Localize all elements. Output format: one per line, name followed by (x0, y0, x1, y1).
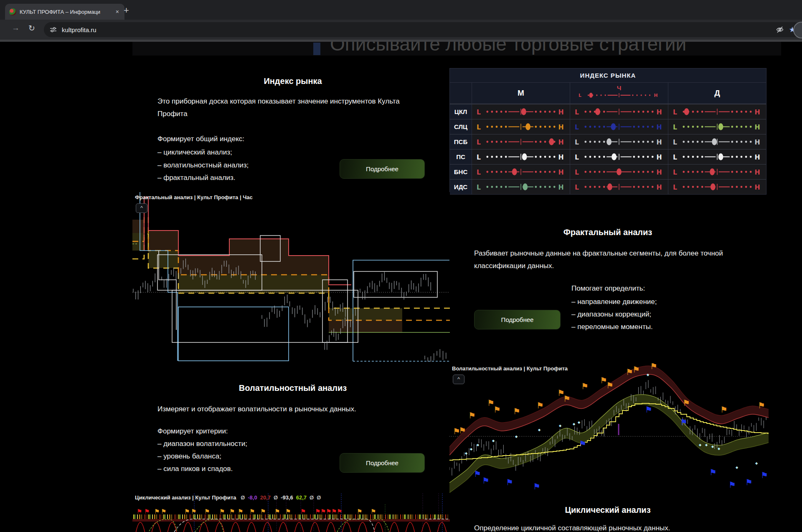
svg-text:⚑: ⚑ (238, 508, 243, 515)
svg-text:◆: ◆ (736, 466, 739, 469)
svg-text:⚑: ⚑ (285, 508, 291, 515)
fractal-section-subheading: Помогает определить: (571, 282, 645, 295)
svg-text:⚑: ⚑ (274, 508, 280, 515)
svg-text:◆: ◆ (470, 447, 473, 451)
tab-title: КУЛЬТ ПРОФИТА – Информаци (20, 9, 111, 15)
fractal-chart-label: Фрактальный анализ | Культ Профита | Час (135, 194, 253, 200)
new-tab-button[interactable]: + (124, 5, 129, 16)
index-table-corner (450, 83, 472, 104)
volatility-bullet-3: – сила пиков и спадов. (157, 463, 233, 475)
forward-icon[interactable]: → (12, 23, 20, 33)
svg-text:L: L (477, 123, 481, 131)
svg-text:⚑: ⚑ (645, 405, 652, 415)
column-header-d: Д (668, 83, 766, 104)
tab-close-icon[interactable]: × (114, 8, 120, 15)
svg-text:⚑: ⚑ (709, 467, 717, 477)
svg-text:⚑: ⚑ (204, 508, 210, 515)
index-table-body: ЦКЛLHLHLHСЛЦLHLHLHПСБLHLHLHПСLHLHLHБНСLH… (450, 104, 766, 194)
url-text: kultprofita.ru (62, 26, 771, 33)
index-table-row: БНСLHLHLH (450, 164, 766, 179)
svg-text:◆: ◆ (492, 439, 495, 443)
cyclic-stat-value: Ø (241, 494, 245, 501)
volatility-section-title: Волатильностный анализ (157, 383, 428, 393)
svg-text:⚑: ⚑ (191, 508, 196, 515)
market-index-table: ИНДЕКС РЫНКА М Ч LH Д ЦКЛLHLHLHСЛЦLHLHLH… (449, 68, 766, 195)
column-header-ch: Ч LH (570, 83, 668, 104)
volatility-chart-canvas: ⚑⚑⚑⚑⚑⚑⚑⚑⚑⚑⚑⚑⚑⚑⚑⚑⚑⚑⚑⚑⚑⚑⚑⚑⚑⚑⚑⚑⚑◆◆◆◆◆◆◆◆◆◆◆… (449, 363, 769, 493)
svg-text:⚑: ⚑ (758, 400, 765, 410)
index-bullet-3: – фрактальный анализ. (157, 172, 236, 184)
svg-text:H: H (558, 183, 564, 191)
svg-text:⚑: ⚑ (761, 470, 768, 480)
gauge-cell: LH (570, 104, 668, 119)
gauge-cell: LH (472, 134, 570, 149)
svg-text:⚑: ⚑ (459, 426, 466, 436)
gauge-cell: LH (570, 134, 668, 149)
volatility-bullet-1: – диапазон волатильности; (157, 438, 247, 450)
svg-text:L: L (575, 153, 579, 161)
svg-text:H: H (755, 183, 760, 191)
fractal-section-paragraph: Разбивает рыночные данные на фрактальные… (474, 247, 733, 272)
svg-text:H: H (657, 123, 662, 131)
gauge-cell: LH (570, 149, 668, 164)
svg-text:◆: ◆ (465, 451, 468, 455)
row-label: СЛЦ (450, 119, 472, 134)
volatility-section-paragraph: Измеряет и отображает волатильности в ры… (157, 403, 428, 415)
gauge-cell: LH (668, 104, 766, 119)
browser-tab[interactable]: КУЛЬТ ПРОФИТА – Информаци × (5, 4, 124, 20)
gauge-cell: LH (570, 119, 668, 134)
svg-text:⚑: ⚑ (482, 476, 490, 486)
svg-text:◆: ◆ (718, 447, 721, 451)
index-more-button[interactable]: Подробнее (340, 159, 425, 179)
gauge-cell: LH (668, 149, 766, 164)
svg-text:⚑: ⚑ (632, 365, 640, 375)
cyclic-stat-value: 62,7 (296, 494, 307, 501)
address-bar[interactable]: kultprofita.ru ★ (44, 22, 802, 37)
reload-icon[interactable]: ↻ (28, 23, 35, 33)
svg-text:L: L (673, 168, 677, 176)
svg-text:◆: ◆ (573, 422, 576, 426)
gauge-cell: LH (472, 119, 570, 134)
browser-window: КУЛЬТ ПРОФИТА – Информаци × + → ↻ kultpr… (0, 0, 802, 532)
svg-text:H: H (755, 153, 760, 161)
svg-text:◆: ◆ (755, 461, 758, 465)
index-section-title: Индекс рынка (157, 76, 428, 86)
svg-text:⚑: ⚑ (513, 406, 520, 416)
index-table-header: М Ч LH Д (450, 83, 766, 104)
index-table-row: ИДСLHLHLH (450, 179, 766, 194)
eye-off-icon[interactable] (776, 25, 784, 34)
svg-text:L: L (575, 168, 579, 176)
svg-text:⚑: ⚑ (184, 508, 190, 515)
svg-text:⚑: ⚑ (229, 508, 235, 515)
index-table-row: ПСLHLHLH (450, 149, 766, 164)
svg-text:⚑: ⚑ (357, 508, 362, 515)
svg-text:L: L (673, 153, 677, 161)
tab-strip: КУЛЬТ ПРОФИТА – Информаци × + (0, 0, 802, 20)
cyclic-stat-value: Ø (274, 494, 278, 501)
svg-text:⚑: ⚑ (137, 508, 142, 515)
svg-text:H: H (558, 123, 564, 131)
volatility-chart: ⚑⚑⚑⚑⚑⚑⚑⚑⚑⚑⚑⚑⚑⚑⚑⚑⚑⚑⚑⚑⚑⚑⚑⚑⚑⚑⚑⚑⚑◆◆◆◆◆◆◆◆◆◆◆… (449, 363, 769, 493)
svg-text:⚑: ⚑ (260, 508, 266, 515)
svg-text:H: H (755, 123, 760, 131)
svg-text:L: L (575, 138, 579, 146)
svg-text:⚑: ⚑ (579, 439, 586, 449)
svg-text:⚑: ⚑ (536, 400, 544, 410)
volatility-more-button[interactable]: Подробнее (340, 453, 425, 473)
index-bullet-1: – циклический анализ; (157, 146, 232, 159)
gauge-cell: LH (472, 104, 570, 119)
cyclic-section-title: Циклический анализ (474, 505, 741, 515)
fractal-more-button[interactable]: Подробнее (474, 310, 561, 329)
fractal-bullet-3: – переломные моменты. (571, 321, 653, 333)
volatility-bullet-2: – уровень баланса; (157, 450, 221, 463)
fractal-collapse-button[interactable]: ^ (136, 203, 147, 213)
gauge-cell: LH (472, 165, 570, 179)
volatility-section-subheading: Формирует критерии: (157, 425, 228, 438)
site-info-icon[interactable] (50, 26, 57, 33)
svg-text:H: H (654, 93, 658, 98)
svg-text:H: H (558, 168, 564, 176)
svg-text:⚑: ⚑ (680, 417, 688, 427)
svg-text:◆: ◆ (559, 424, 562, 428)
volatility-collapse-button[interactable]: ^ (453, 375, 464, 384)
row-label: ИДС (450, 180, 472, 194)
